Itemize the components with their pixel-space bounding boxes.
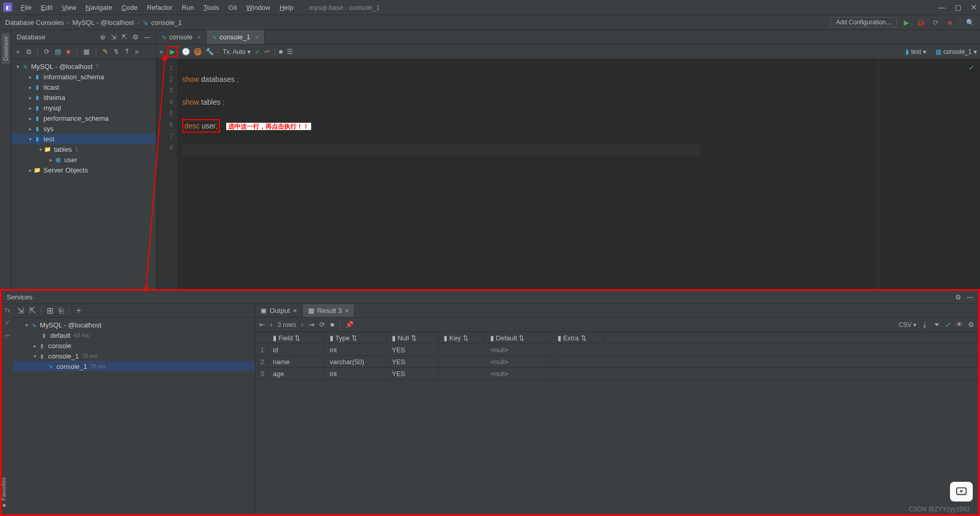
col-key[interactable]: ▮ Key ⇅ — [438, 334, 485, 342]
session-console[interactable]: ▦console_1 ▾ — [935, 48, 977, 55]
col-type[interactable]: ▮ Type ⇅ — [325, 334, 387, 342]
filter-icon[interactable]: ⏷ — [933, 321, 940, 328]
srv-node-console[interactable]: ▸▮console — [13, 340, 255, 351]
close-icon[interactable]: × — [345, 307, 349, 314]
breadcrumb-datasource[interactable]: MySQL - @localhost — [72, 19, 134, 26]
gear-icon[interactable]: ⚙ — [955, 293, 961, 301]
menu-file[interactable]: FFileile — [17, 3, 36, 12]
coverage-icon[interactable]: ⟳ — [931, 18, 940, 27]
code-editor[interactable]: ✓ 12345678 show databases ; show tables … — [156, 59, 980, 289]
col-default[interactable]: ▮ Default ⇅ — [485, 334, 552, 342]
first-page-icon[interactable]: ⇤ — [259, 321, 265, 328]
tree-schema-mysql[interactable]: ▸▮mysql — [11, 103, 156, 113]
search-icon[interactable]: 🔍 — [966, 18, 975, 27]
edit-icon[interactable]: ✎ — [103, 48, 108, 55]
refresh-icon[interactable]: ⟳ — [44, 48, 50, 55]
stop-icon[interactable]: ■ — [945, 18, 955, 27]
tx-mode-dropdown[interactable]: Tx: Auto ▾ — [223, 48, 250, 55]
rollback-icon[interactable]: ⤺ — [5, 332, 10, 339]
history-icon[interactable]: 🕘 — [182, 48, 190, 55]
menu-refactor[interactable]: Refactor — [143, 3, 177, 12]
stop-icon[interactable]: ■ — [279, 48, 283, 55]
window-minimize-icon[interactable]: — — [938, 3, 945, 11]
menu-git[interactable]: Git — [224, 3, 241, 12]
code-area[interactable]: show databases ; show tables ; desc user… — [177, 59, 705, 289]
filter-icon[interactable]: ▤ — [55, 48, 61, 55]
target-icon[interactable]: ⊕ — [100, 33, 106, 41]
srv-node-console_1-sub[interactable]: ⇘console_176 ms — [13, 361, 255, 371]
close-icon[interactable]: × — [198, 34, 201, 40]
table-row[interactable]: 2 name varchar(50) YES <null> — [255, 356, 978, 368]
menu-edit[interactable]: Edit — [37, 3, 56, 12]
video-play-overlay-icon[interactable] — [950, 482, 973, 501]
tab-result[interactable]: ▦Result 3× — [303, 304, 355, 317]
table-row[interactable]: 3 age int YES <null> — [255, 368, 978, 380]
gear-icon[interactable]: ⚙ — [133, 33, 139, 41]
menu-help[interactable]: Help — [275, 3, 298, 12]
table-row[interactable]: 1 id int YES <null> — [255, 344, 978, 356]
menu-tools[interactable]: Tools — [199, 3, 223, 12]
collapse-icon[interactable]: ⇲ — [17, 306, 24, 316]
tree-server-objects[interactable]: ▸📁Server Objects — [11, 165, 156, 175]
menu-window[interactable]: Window — [242, 3, 274, 12]
pin-icon[interactable]: 📌 — [345, 321, 354, 328]
col-field[interactable]: ▮ Field ⇅ — [268, 334, 325, 342]
commit-icon[interactable]: ✓ — [255, 48, 260, 55]
prev-page-icon[interactable]: ‹ — [270, 321, 272, 328]
tree-schema-itcast[interactable]: ▸▮itcast — [11, 82, 156, 92]
stop-icon[interactable]: ■ — [330, 321, 334, 328]
tool-tab-database[interactable]: Database — [2, 33, 10, 64]
col-extra[interactable]: ▮ Extra ⇅ — [552, 334, 604, 342]
menu-code[interactable]: Code — [118, 3, 142, 12]
expand-icon[interactable]: ⇱ — [29, 306, 36, 316]
debug-icon[interactable]: 🐞 — [916, 18, 926, 27]
hide-panel-icon[interactable]: — — [967, 293, 973, 301]
tree-table-user[interactable]: ▸▦user — [11, 154, 156, 165]
more-icon[interactable]: » — [159, 48, 163, 55]
close-icon[interactable]: × — [293, 307, 297, 314]
srv-node-console_1[interactable]: ▾▮console_176 ms — [13, 351, 255, 361]
transpose-icon[interactable]: ⤢ — [945, 321, 951, 328]
duplicate-icon[interactable]: ⧉ — [26, 48, 31, 56]
export-format-dropdown[interactable]: CSV ▾ — [899, 321, 916, 328]
grid-icon[interactable]: ⊞ — [47, 306, 53, 316]
close-icon[interactable]: × — [256, 34, 259, 40]
run-icon[interactable]: ▶ — [902, 18, 911, 27]
wrench-icon[interactable]: 🔧 — [206, 48, 214, 55]
pin-icon[interactable]: ⎗ — [58, 306, 64, 316]
add-configuration-button[interactable]: Add Configuration... — [830, 17, 897, 27]
tree-schema-performance_schema[interactable]: ▸▮performance_schema — [11, 113, 156, 123]
jump-icon[interactable]: ⤒ — [124, 48, 130, 55]
add-icon[interactable]: ＋ — [75, 305, 83, 316]
download-icon[interactable]: ⭳ — [922, 321, 928, 328]
last-page-icon[interactable]: ⇥ — [309, 321, 314, 328]
session-schema[interactable]: ▮test ▾ — [905, 48, 926, 55]
tool-tab-favorites[interactable]: ★ Favorites — [0, 475, 11, 511]
next-page-icon[interactable]: › — [301, 321, 303, 328]
collapse-icon[interactable]: ⇲ — [111, 33, 116, 41]
tree-datasource[interactable]: ▾⇘ MySQL - @localhost7 — [11, 61, 156, 71]
breadcrumb-file[interactable]: console_1 — [151, 19, 182, 26]
editor-tab-console[interactable]: ⇘console× — [156, 30, 207, 44]
services-tree[interactable]: ▾⇘MySQL - @localhost ▮default43 ms ▸▮con… — [13, 318, 255, 514]
tree-schema-test[interactable]: ▾▮test — [11, 134, 156, 144]
commit-icon[interactable]: ✓ — [5, 319, 10, 326]
result-grid[interactable]: ▮ Field ⇅ ▮ Type ⇅ ▮ Null ⇅ ▮ Key ⇅ ▮ De… — [255, 332, 978, 514]
stop-icon[interactable]: ■ — [66, 48, 70, 55]
table-icon[interactable]: ▦ — [83, 48, 90, 55]
explain-icon[interactable]: ⓟ — [194, 48, 201, 55]
add-icon[interactable]: ＋ — [14, 47, 21, 56]
tree-schema-information_schema[interactable]: ▸▮information_schema — [11, 71, 156, 82]
srv-node-default[interactable]: ▮default43 ms — [13, 330, 255, 340]
layout-icon[interactable]: ☰ — [287, 48, 293, 55]
menu-view[interactable]: View — [57, 3, 80, 12]
tree-tables-folder[interactable]: ▾📁tables1 — [11, 144, 156, 154]
window-close-icon[interactable]: ✕ — [971, 3, 977, 11]
col-null[interactable]: ▮ Null ⇅ — [387, 334, 438, 342]
execute-button[interactable]: ▶ — [167, 46, 178, 57]
expand-icon[interactable]: ⇱ — [122, 33, 127, 41]
menu-run[interactable]: Run — [178, 3, 198, 12]
settings-icon[interactable]: ⚙ — [968, 321, 974, 328]
tree-schema-itheima[interactable]: ▸▮itheima — [11, 92, 156, 103]
window-maximize-icon[interactable]: ▢ — [955, 3, 961, 11]
